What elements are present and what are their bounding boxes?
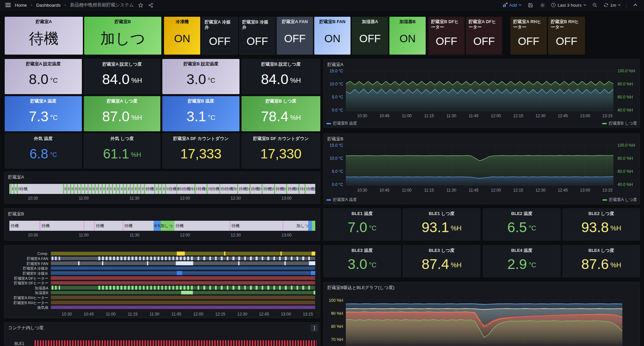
stat-panel: 貯蔵室B DF カウントダウン17,330 [241,133,320,168]
legend-item[interactable]: 貯蔵室A 温度 [326,197,357,203]
zoom-out-icon[interactable] [592,2,598,8]
refresh-control[interactable]: 1m [604,3,621,8]
panel-title: 貯蔵室B [4,209,320,217]
timeline-state-segment: 待機 [70,184,73,194]
legend-item[interactable]: 貯蔵室B 温度 [326,121,357,126]
stat-number: 87.4 [422,257,449,271]
menu-icon[interactable] [5,2,11,8]
history-on-segment [172,257,174,261]
panel-status-history: Comp.貯蔵室A FAN貯蔵室B FAN貯蔵室A 冷媒弁貯蔵室B 冷媒弁貯蔵室… [4,245,320,318]
history-row-bar[interactable] [51,266,315,270]
timeline-state-segment: 待機 [119,184,122,194]
svg-text:12:30: 12:30 [535,188,545,193]
axis-tick-label: 13:00 [281,312,291,317]
history-row-bar[interactable] [51,305,315,309]
chevron-up-icon[interactable] [632,2,639,8]
time-range-picker[interactable]: Last 3 hours [551,3,586,8]
svg-text:60.0 %H: 60.0 %H [618,169,633,174]
history-row-bar[interactable] [51,252,315,256]
state-timeline-bar[interactable]: 待機待機待機待機待機待機待機待機待機待機待機待機待機待機待機待機待機待機待機待機… [9,184,315,194]
history-on-segment [154,286,156,290]
svg-text:12:15: 12:15 [513,188,523,193]
history-on-segment [165,257,167,261]
axis-tick-label: 11:00 [79,196,89,201]
history-row-bar[interactable] [51,291,315,295]
stat-number: 3.0 [186,72,206,86]
legend-label: 貯蔵室A 温度 [333,197,357,203]
history-on-segment [232,257,234,261]
stat-panel: 貯蔵室A待機 [5,17,83,55]
add-panel-icon [503,3,507,7]
history-on-segment [55,257,57,261]
history-on-segment [150,286,152,290]
breadcrumb-dashboards[interactable]: Dashboards [36,3,61,8]
legend-item[interactable]: 貯蔵室B しつ度 [602,121,637,126]
stat-label: 貯蔵室B 設定しつ度 [242,59,320,67]
chevron-down-icon [618,4,621,6]
gear-icon[interactable] [539,2,546,8]
ble1-history-strip[interactable] [35,340,317,346]
timeline-state-label: 待機 [175,221,183,231]
history-on-segment [238,257,240,261]
share-icon[interactable] [147,2,154,8]
time-series-chart[interactable]: 100 %H90 %H80 %H70 %H [324,282,640,346]
history-row-bar[interactable] [51,286,315,290]
timeline-state-segment: 待機 [91,184,95,194]
timeline-state-label: 待機 [42,221,50,231]
axis-tick-label: 12:45 [259,312,269,317]
panel-menu-kebab-icon[interactable] [311,324,318,332]
stat-label: 加湿器B [389,17,426,24]
timeline-state-label: 待機 [198,184,206,194]
history-row-label: Comp. [7,252,48,256]
stat-number: 7.0 [348,220,367,234]
star-icon[interactable] [137,2,144,8]
history-on-segment [191,286,193,290]
timeline-state-label: 待機 [263,184,271,194]
stat-panel: 貯蔵室A 設定温度8.0°C [5,59,82,94]
time-series-chart[interactable]: 15.0 °C10.0 °C5.0 °C0.0 °C100.0 %H80.0 %… [324,134,640,205]
add-button[interactable]: Add [503,3,522,8]
state-timeline-bar[interactable]: 待機待機待機待機冷却加しつ待機待機加しつ [9,221,315,231]
history-on-segment [198,257,200,261]
history-row-bar[interactable] [51,300,315,304]
stat-number: 61.1 [103,147,129,160]
history-on-segment [285,257,287,261]
history-row-bar[interactable] [51,281,315,285]
history-on-segment [183,257,185,261]
history-on-segment [250,257,252,261]
stat-label: BLE3 温度 [324,246,400,253]
history-row-bar[interactable] [51,276,315,280]
stat-value: 78.4%H [241,104,320,131]
stat-unit: °C [369,261,376,269]
stat-number: ON [399,33,416,44]
timeline-axis: 10:3011:0011:3012:0012:3013:00 [9,233,315,238]
history-on-segment [176,286,178,290]
save-icon[interactable] [527,2,534,8]
svg-text:15.0 °C: 15.0 °C [330,69,343,73]
history-on-segment [181,291,193,295]
history-row-bar[interactable] [51,257,315,261]
timeline-state-label: 待機 [211,184,219,194]
stat-value: ON [389,24,426,55]
history-on-segment [150,257,152,261]
svg-text:12:45: 12:45 [558,114,568,118]
stat-panel: 外気 温度6.8°C [5,133,82,168]
timeline-state-segment: 待機 [126,184,129,194]
svg-text:100.0 %H: 100.0 %H [618,143,635,148]
stat-panel: 貯蔵室A DFヒーターOFF [466,17,502,55]
breadcrumb-home[interactable]: Home [15,3,27,8]
history-row-bar[interactable] [51,271,315,275]
history-row-bar[interactable] [51,295,315,299]
timeline-axis: 10:3011:0011:3012:0012:3013:00 [9,196,315,201]
history-on-segment [169,286,171,290]
panel-room-a-chart: 貯蔵室A 15.0 °C10.0 °C5.0 °C0.0 °C100.0 %H8… [323,59,640,128]
history-row-bar[interactable] [51,261,315,265]
legend-label: 貯蔵室B 温度 [333,121,357,126]
history-on-segment [52,257,53,261]
stat-number: 3.1 [186,110,206,124]
time-series-chart[interactable]: 15.0 °C10.0 °C5.0 °C0.0 °C100.0 %H80.0 %… [324,59,640,128]
timeline-state-label: 待機 [168,184,176,194]
svg-text:5.0 °C: 5.0 °C [332,95,343,99]
legend-item[interactable]: 貯蔵室A しつ度 [602,197,637,203]
panel-timeline-room-a: 貯蔵室A 待機待機待機待機待機待機待機待機待機待機待機待機待機待機待機待機待機待… [4,171,320,204]
